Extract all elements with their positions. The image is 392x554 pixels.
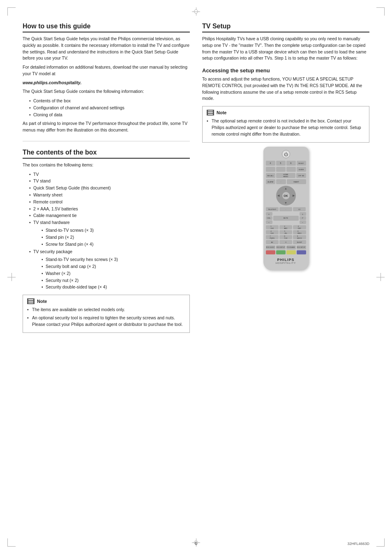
note-icon-lines-right — [208, 111, 213, 115]
color-btn-blue — [297, 250, 306, 254]
remote-recall-row: RECALL HOMEMENU OFF SB — [266, 173, 306, 178]
crosshair-left — [7, 273, 16, 281]
ch-down: − — [300, 220, 306, 224]
box-item-batteries: 2 × AAA, 1.5V batteries — [29, 205, 190, 212]
num-6: 6MNO — [293, 230, 306, 234]
remote-row2: GUIDE — [266, 167, 306, 172]
corner-mark-br — [376, 538, 385, 547]
remote-brand-area: PHILIPS HOSPITALITY — [266, 258, 306, 264]
setup-menu-section: Accessing the setup menu To access and a… — [202, 67, 369, 143]
power-button: ⏻ — [282, 150, 290, 158]
num-0: 0 — [279, 240, 292, 244]
remote-dot: · — [276, 179, 286, 184]
bottom-btn-4: RCH SETUP — [297, 245, 306, 249]
num-1: 1GHI — [266, 225, 279, 229]
remote-btn-reset: RESET — [297, 161, 306, 166]
num-8: 8TUV — [279, 235, 292, 239]
num-2: 2ABC — [279, 225, 292, 229]
page-container: How to use this guide The Quick Start Se… — [0, 0, 392, 554]
remote-home: HOMEMENU — [276, 173, 295, 178]
note-bullet-right-1: The optional setup remote control is not… — [207, 118, 365, 137]
box-contents-intro: The box contains the following items: — [23, 162, 190, 169]
ch-col: + P − — [300, 212, 306, 224]
note-icon-lines-left — [28, 299, 33, 303]
remote-bottom-btns-2 — [266, 250, 306, 254]
remote-alarm: ALARM — [266, 179, 276, 184]
how-to-use-para1: The Quick Start Setup Guide helps you in… — [23, 36, 190, 62]
remote-control: ⏻ 4 5 6 RESET — [263, 147, 309, 270]
setup-menu-para1: To access and adjust the setup functions… — [202, 76, 369, 102]
vol-down: − — [266, 220, 272, 224]
note-header-left: Note — [27, 298, 185, 304]
tv-setup-heading: TV Setup — [202, 23, 369, 32]
note-bullets-right: The optional setup remote control is not… — [207, 118, 365, 137]
remote-top-row: 4 5 6 RESET — [266, 161, 306, 166]
box-item-standhw: TV stand hardware Stand-to-TV screws (× … — [29, 219, 190, 247]
content-area: How to use this guide The Quick Start Se… — [23, 23, 369, 531]
stand-screw: Stand-to-TV screws (× 3) — [42, 227, 190, 234]
remote-container: ⏻ 4 5 6 RESET — [202, 147, 369, 270]
how-to-use-para3: The Quick Start Setup Guide contains the… — [23, 88, 190, 95]
box-item-tv: TV — [29, 171, 190, 178]
bottom-btn-1: RCH GUEST — [266, 245, 275, 249]
nav-left-arrow: ◀ — [277, 194, 279, 197]
mute-btn: MUTE — [273, 216, 299, 221]
remote-numpad: 1GHI 2ABC 3DEF 4GHI 5JKL 6MNO 7PQRS 8TUV… — [266, 225, 306, 244]
ok-button: OK — [282, 192, 290, 199]
model-number: 32HFL4663D — [347, 542, 369, 546]
num-4: 4GHI — [266, 230, 279, 234]
remote-btn-5: 5 — [276, 161, 286, 166]
corner-mark-tl — [7, 7, 16, 16]
left-column: How to use this guide The Quick Start Se… — [23, 23, 190, 337]
bottom-btn-2: RCH SETUP — [276, 245, 286, 249]
how-to-use-para2: For detailed information on additional f… — [23, 64, 190, 77]
remote-brand-name: PHILIPS — [266, 258, 306, 262]
section-divider-1 — [23, 141, 190, 141]
corner-mark-tr — [376, 7, 385, 16]
box-contents-heading: The contents of the box — [23, 149, 190, 159]
page-number: 6 — [195, 541, 197, 546]
remote-btn-6: 6 — [286, 161, 296, 166]
box-items-list: TV TV stand Quick Start Setup Guide (thi… — [29, 171, 190, 291]
tv-setup-para1: Philips Hospitality TVs have a USB cloni… — [202, 36, 369, 62]
security-subitems: Stand-to-TV security hex screws (× 3) Se… — [42, 256, 190, 291]
guide-item-1: Contents of the box — [29, 97, 190, 104]
num-sleep: SLEEP — [293, 240, 306, 244]
how-to-use-section: How to use this guide The Quick Start Se… — [23, 23, 190, 134]
note-icon-right — [207, 110, 214, 115]
note-label-right: Note — [217, 110, 226, 115]
vol-up: + — [266, 212, 272, 216]
color-btn-yellow — [286, 250, 296, 254]
security-nut: Security nut (× 2) — [42, 277, 190, 284]
guide-contents-list: Contents of the box Configuration of cha… — [29, 97, 190, 118]
note-box-left: Note The items are available on selected… — [23, 295, 190, 333]
guide-item-3: Cloning of data — [29, 111, 190, 118]
num-7: 7PQRS — [266, 235, 279, 239]
crosshair-right — [376, 273, 385, 281]
tv-setup-section: TV Setup Philips Hospitality TVs have a … — [202, 23, 369, 62]
ch-label: P — [300, 216, 306, 220]
security-bolt: Security bolt and cap (× 2) — [42, 263, 190, 270]
note-bullet-left-2: An optional security tool is required to… — [27, 315, 185, 328]
box-item-guide: Quick Start Setup Guide (this document) — [29, 185, 190, 192]
box-item-remote: Remote control — [29, 199, 190, 205]
remote-nav-area: ▲ ▼ ◀ ▶ OK — [266, 186, 306, 205]
remote-alarm-row: ALARM · SMART — [266, 179, 306, 184]
box-item-warranty: Warranty sheet — [29, 192, 190, 199]
cc-btn: CC — [293, 207, 306, 211]
remote-off: OFF SB — [296, 173, 306, 178]
ch-up: + — [300, 212, 306, 216]
crosshair-top — [192, 7, 200, 16]
stand-pin: Stand pin (× 2) — [42, 234, 190, 241]
guide-item-2: Configuration of channel and advanced se… — [29, 104, 190, 111]
note-bullet-left-1: The items are available on selected mode… — [27, 307, 185, 313]
remote-bottom-btns: RCH GUEST RCH SETUP PCH BLANK RCH SETUP — [266, 245, 306, 249]
box-item-tvstand: TV stand — [29, 178, 190, 185]
num-5: 5JKL — [279, 230, 292, 234]
num-3: 3DEF — [293, 225, 306, 229]
corner-mark-bl — [7, 538, 16, 547]
note-bullets-left: The items are available on selected mode… — [27, 307, 185, 328]
color-btn-green — [276, 250, 286, 254]
setup-menu-heading: Accessing the setup menu — [202, 67, 369, 74]
how-to-use-para4: As part of striving to improve the TV pe… — [23, 120, 190, 134]
